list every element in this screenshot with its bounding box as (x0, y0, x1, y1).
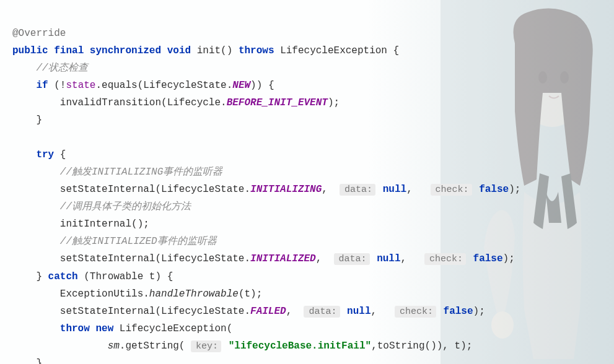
false-literal: false (473, 253, 503, 264)
get-string: .getString( (120, 340, 185, 352)
field-state: state (66, 80, 95, 91)
false-literal: false (444, 306, 473, 317)
comment-state-check: //状态检查 (36, 63, 87, 74)
brace-close: } (36, 115, 42, 126)
sm-field: sm (108, 340, 120, 352)
set-state-call3: setStateInternal(LifecycleState. (60, 306, 250, 317)
set-state-call2: setStateInternal(LifecycleState. (60, 253, 250, 264)
code-block: @Override public final synchronized void… (12, 7, 602, 364)
comment-initializing: //触发INITIALIZING事件的监听器 (60, 167, 222, 178)
null-literal: null (347, 306, 371, 317)
catch-close: } (36, 358, 42, 364)
brace-open: { (54, 149, 66, 160)
comma: , (371, 306, 383, 317)
call-end: ,toString()), t); (371, 340, 472, 352)
catch-param: (Throwable t) { (78, 271, 173, 282)
hint-data: data: (334, 253, 370, 265)
keyword-if: if (36, 80, 48, 91)
call-end: (t); (239, 288, 262, 300)
keyword-public: public (12, 45, 48, 56)
const-initialized: INITIALIZED (250, 253, 316, 264)
const-before-init: BEFORE_INIT_EVENT (227, 97, 328, 108)
paren-open: (! (54, 80, 66, 91)
hint-check: check: (424, 253, 466, 265)
if-close: )) { (250, 80, 274, 91)
comma: , (401, 253, 413, 264)
false-literal: false (479, 184, 509, 195)
init-internal-call: initInternal(); (60, 219, 149, 230)
keyword-synchronized: synchronized (90, 45, 161, 56)
const-initializing: INITIALIZING (250, 184, 322, 195)
comma: , (316, 253, 328, 264)
call-end: ); (503, 253, 515, 264)
keyword-final: final (54, 45, 84, 56)
comment-initialized: //触发INITIALIZED事件的监听器 (60, 236, 217, 247)
hint-check: check: (395, 306, 436, 318)
call-end: ); (328, 97, 340, 108)
keyword-catch: catch (48, 271, 78, 282)
keyword-void: void (167, 45, 191, 56)
try-close: } (36, 271, 48, 282)
hint-check: check: (431, 184, 472, 196)
comma: , (406, 184, 418, 195)
handle-throwable: handleThrowable (149, 288, 239, 300)
const-new: NEW (232, 80, 250, 91)
call-end: ); (509, 184, 520, 195)
exception-type: LifecycleException { (280, 45, 399, 56)
comma: , (322, 184, 333, 195)
equals-call: .equals(LifecycleState. (95, 80, 232, 91)
hint-data: data: (304, 306, 340, 318)
keyword-new: new (95, 323, 113, 334)
null-literal: null (377, 253, 400, 264)
exception-utils: ExceptionUtils. (60, 288, 149, 300)
call-end: ); (473, 306, 485, 317)
keyword-throws: throws (239, 45, 274, 56)
keyword-throw: throw (60, 323, 90, 334)
hint-key: key: (191, 340, 221, 352)
keyword-try: try (36, 149, 54, 160)
null-literal: null (383, 184, 406, 195)
hint-data: data: (340, 184, 375, 196)
comma: , (286, 306, 298, 317)
comment-init-internal: //调用具体子类的初始化方法 (60, 201, 191, 212)
method-init: init (197, 45, 221, 56)
parens: () (221, 45, 232, 56)
annotation-override: @Override (12, 28, 66, 39)
new-exception: LifecycleException( (113, 323, 232, 334)
invalid-transition-call: invalidTransition(Lifecycle. (60, 97, 227, 108)
string-literal: "lifecycleBase.initFail" (229, 340, 371, 352)
set-state-call1: setStateInternal(LifecycleState. (60, 184, 250, 195)
const-failed: FAILED (250, 306, 286, 317)
